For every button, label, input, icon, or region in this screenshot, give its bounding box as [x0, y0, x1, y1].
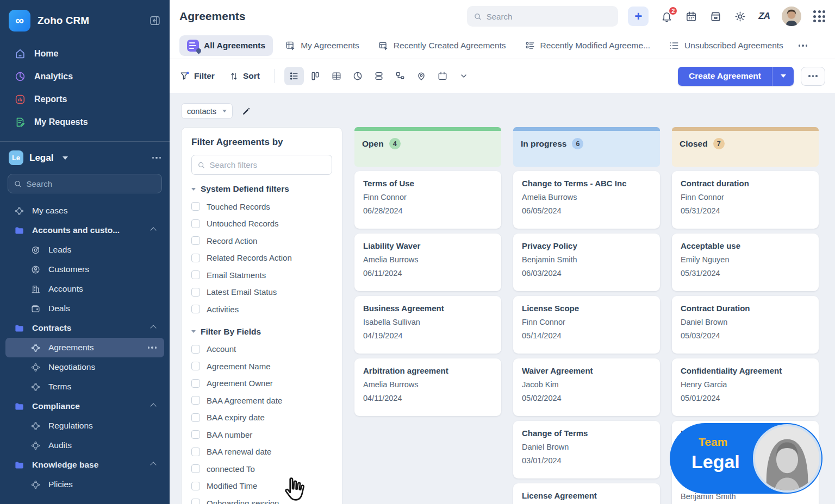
- create-agreement-dropdown[interactable]: [772, 67, 794, 86]
- checkbox[interactable]: [191, 448, 200, 456]
- sidebar-search[interactable]: [8, 174, 162, 193]
- sidebar-search-input[interactable]: [26, 179, 156, 188]
- calendar-button[interactable]: [685, 10, 697, 23]
- view-kanban-button[interactable]: [306, 67, 325, 85]
- agreement-card[interactable]: Contract Duration Daniel Brown 05/03/202…: [672, 296, 819, 354]
- agreement-card[interactable]: Arbitration agreement Amelia Burrows 04/…: [354, 358, 501, 416]
- sidebar-item-my-cases[interactable]: My cases: [5, 201, 164, 220]
- chevron-up-icon[interactable]: [150, 462, 156, 468]
- filter-option[interactable]: BAA Agreement date: [191, 396, 332, 405]
- sidebar-item-audits[interactable]: Audits: [5, 436, 164, 455]
- filter-option[interactable]: Record Action: [191, 236, 332, 245]
- quick-create-button[interactable]: +: [628, 7, 649, 26]
- collapse-sidebar-icon[interactable]: [149, 15, 161, 27]
- agreement-card[interactable]: Terms of Use Finn Connor 06/28/2024: [354, 171, 501, 229]
- checkbox[interactable]: [191, 379, 200, 388]
- filter-option[interactable]: Account: [191, 344, 332, 354]
- edit-pencil-icon[interactable]: [241, 106, 252, 116]
- agreement-card[interactable]: Privacy Policy Benjamin Smith 06/03/2024: [513, 234, 660, 291]
- create-agreement-button[interactable]: Create Agreement: [678, 67, 772, 86]
- filter-option[interactable]: connected To: [191, 464, 332, 474]
- view-list-button[interactable]: [284, 67, 304, 85]
- sidebar-item-terms[interactable]: Terms: [5, 377, 164, 396]
- checkbox[interactable]: [191, 236, 200, 245]
- sidebar-item-policies[interactable]: Plicies: [5, 475, 164, 494]
- agreement-card[interactable]: Change of Terms Daniel Brown 03/01/2024: [513, 421, 660, 478]
- views-expand-button[interactable]: [454, 67, 473, 85]
- view-chart-button[interactable]: [348, 67, 367, 85]
- checkbox[interactable]: [191, 254, 200, 262]
- sidebar-item-negotiations[interactable]: Negotiations: [5, 357, 164, 377]
- team-more-icon[interactable]: [152, 157, 161, 159]
- chevron-up-icon[interactable]: [150, 227, 156, 233]
- sidebar-item-reports[interactable]: Reports: [5, 88, 164, 111]
- sort-button[interactable]: Sort: [229, 71, 260, 81]
- agreement-card[interactable]: Waiver Agreement Jacob Kim 05/02/2024: [513, 358, 660, 416]
- user-avatar[interactable]: [782, 7, 801, 26]
- filter-option[interactable]: Untouched Records: [191, 219, 332, 228]
- sidebar-item-accounts[interactable]: Accounts: [5, 279, 164, 299]
- team-selector[interactable]: Le Legal: [0, 142, 170, 169]
- zia-button[interactable]: ZA: [758, 11, 770, 22]
- agreement-card[interactable]: Change to Terms - ABC Inc Amelia Burrows…: [513, 171, 660, 229]
- sidebar-item-agreements[interactable]: Agreements: [5, 338, 164, 357]
- agreement-card[interactable]: License Agreement Amelia Burrows: [513, 483, 660, 504]
- tabs-more-icon[interactable]: [799, 45, 808, 47]
- checkbox[interactable]: [191, 345, 200, 354]
- filter-option[interactable]: Latest Email Status: [191, 287, 332, 297]
- filter-option[interactable]: BAA expiry date: [191, 413, 332, 422]
- filter-option[interactable]: Touched Records: [191, 202, 332, 211]
- global-search-input[interactable]: [487, 12, 612, 21]
- view-stack-button[interactable]: [369, 67, 389, 85]
- tab-my-agreements[interactable]: My Agreements: [278, 36, 366, 55]
- agreement-card[interactable]: Confidentiality Agreement Henry Garcia 0…: [672, 358, 819, 416]
- filter-button[interactable]: Filter: [179, 71, 215, 81]
- sidebar-item-analytics[interactable]: Analytics: [5, 65, 164, 88]
- zoho-crm-logo[interactable]: ∞: [9, 10, 30, 32]
- sidebar-group-compliance[interactable]: Compliance: [5, 396, 164, 416]
- sidebar-group-knowledge-base[interactable]: Knowledge base: [5, 455, 164, 475]
- global-search[interactable]: [467, 6, 618, 27]
- agreement-card[interactable]: Liability Waver Amelia Burrows 06/11/202…: [354, 234, 501, 291]
- agreement-card[interactable]: Business Agreement Isabella Sullivan 04/…: [354, 296, 501, 354]
- sidebar-item-deals[interactable]: Deals: [5, 299, 164, 318]
- chevron-down-icon[interactable]: [63, 156, 68, 160]
- view-calendar-button[interactable]: [433, 67, 452, 85]
- sidebar-item-home[interactable]: Home: [5, 42, 164, 65]
- sidebar-group-contracts[interactable]: Contracts: [5, 318, 164, 338]
- checkbox[interactable]: [191, 482, 200, 490]
- sidebar-item-leads[interactable]: Leads: [5, 240, 164, 260]
- sidebar-item-regulations[interactable]: Regulations: [5, 416, 164, 436]
- checkbox[interactable]: [191, 499, 200, 504]
- notifications-button[interactable]: 2: [660, 10, 673, 23]
- tab-all-agreements[interactable]: All Agreements: [179, 35, 273, 56]
- tab-unsubscribed[interactable]: Unsubscribed Agreements: [662, 36, 790, 55]
- checkbox[interactable]: [191, 288, 200, 297]
- checkbox[interactable]: [191, 219, 200, 228]
- checkbox[interactable]: [191, 362, 200, 370]
- agreement-card[interactable]: Acceptable use Emily Nguyen 05/31/2024: [672, 234, 819, 291]
- field-filters-section[interactable]: Filter By Fields: [191, 327, 332, 337]
- filter-option[interactable]: Related Records Action: [191, 253, 332, 262]
- system-filters-section[interactable]: System Defiend filters: [191, 184, 332, 194]
- filter-option[interactable]: Onboarding session: [191, 499, 332, 504]
- checkbox[interactable]: [191, 396, 200, 405]
- chevron-up-icon[interactable]: [150, 325, 156, 331]
- filter-option[interactable]: Agreement Owner: [191, 379, 332, 388]
- filter-option[interactable]: BAA renewal date: [191, 447, 332, 456]
- contacts-dropdown[interactable]: contacts: [181, 103, 233, 119]
- filter-search-input[interactable]: [209, 160, 326, 169]
- settings-button[interactable]: [734, 10, 746, 23]
- checkbox[interactable]: [191, 270, 200, 279]
- checkbox[interactable]: [191, 464, 200, 473]
- filter-option[interactable]: BAA number: [191, 430, 332, 439]
- toolbar-more-button[interactable]: [801, 67, 825, 86]
- filter-option[interactable]: Agreement Name: [191, 362, 332, 371]
- checkbox[interactable]: [191, 430, 200, 439]
- apps-grid-button[interactable]: [813, 10, 825, 22]
- view-table-button[interactable]: [327, 67, 346, 85]
- filter-option[interactable]: Activities: [191, 305, 332, 314]
- marketplace-button[interactable]: [709, 10, 722, 23]
- checkbox[interactable]: [191, 413, 200, 422]
- view-org-button[interactable]: [390, 67, 410, 85]
